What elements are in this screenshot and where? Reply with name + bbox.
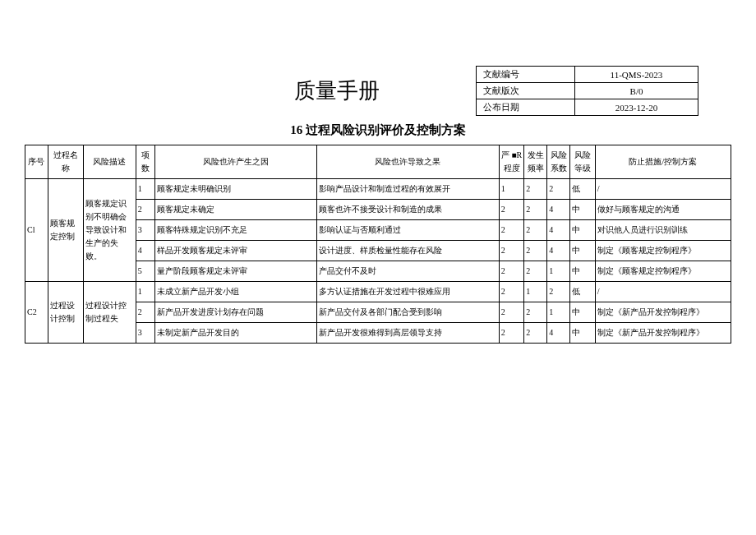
cell-sev: 2 [499, 302, 523, 323]
cell-item: 4 [136, 241, 154, 261]
cell-level: 中 [570, 302, 595, 323]
cell-level: 低 [570, 179, 595, 200]
cell-action: 对识他人员进行识别训练 [595, 220, 731, 241]
cell-effect: 设计进度、样质检量性能存在风险 [316, 241, 499, 261]
cell-level: 中 [570, 241, 595, 261]
cell-effect: 影响产品设计和制造过程的有效展开 [316, 179, 499, 200]
cell-cause: 样品开发顾客规定未评审 [154, 241, 316, 261]
cell-freq: 2 [524, 323, 547, 344]
header-table: 质量手册 文献编号 11-QMS-2023 文献版次 B/0 公布日期 2023… [58, 66, 698, 116]
cell-sev: 2 [499, 220, 523, 241]
cell-action: 做好与顾客规定的沟通 [595, 200, 731, 220]
cell-level: 中 [570, 261, 595, 282]
cell-sev: 2 [499, 241, 523, 261]
cell-coef: 1 [547, 261, 570, 282]
cell-action: 制定《顾客规定控制程序》 [595, 241, 731, 261]
date-label: 公布日期 [477, 99, 575, 116]
cell-action: 制定《新产品开发控制程序》 [595, 323, 731, 344]
cell-sev: 2 [499, 200, 523, 220]
cell-freq: 2 [524, 179, 547, 200]
cell-action: / [595, 179, 731, 200]
cell-item: 3 [136, 323, 154, 344]
header-blank [58, 67, 197, 116]
cell-proc: 顾客规定控制 [48, 179, 83, 282]
col-action: 防止措施/控制方案 [595, 145, 731, 179]
cell-item: 1 [136, 282, 154, 302]
col-coef: 风险系数 [547, 145, 570, 179]
cell-effect: 顾客也许不接受设计和制造的成果 [316, 200, 499, 220]
cell-freq: 2 [524, 220, 547, 241]
cell-cause: 未成立新产品开发小组 [154, 282, 316, 302]
cell-level: 中 [570, 323, 595, 344]
document-title: 质量手册 [197, 67, 477, 116]
cell-coef: 2 [547, 179, 570, 200]
col-effect: 风险也许导致之果 [316, 145, 499, 179]
doc-no-value: 11-QMS-2023 [575, 67, 698, 83]
cell-freq: 1 [524, 282, 547, 302]
cell-proc: 过程设计控制 [48, 282, 83, 344]
cell-coef: 4 [547, 220, 570, 241]
col-freq: 发生频率 [524, 145, 547, 179]
cell-freq: 2 [524, 302, 547, 323]
cell-item: 3 [136, 220, 154, 241]
col-seq: 序号 [25, 145, 48, 179]
col-item: 项数 [136, 145, 154, 179]
document-header: 质量手册 文献编号 11-QMS-2023 文献版次 B/0 公布日期 2023… [58, 66, 698, 116]
cell-coef: 4 [547, 241, 570, 261]
cell-cause: 新产品开发进度计划存在问题 [154, 302, 316, 323]
cell-sev: 2 [499, 323, 523, 344]
cell-level: 中 [570, 220, 595, 241]
cell-freq: 2 [524, 200, 547, 220]
col-desc: 风险描述 [84, 145, 136, 179]
cell-effect: 新产品开发很难得到高层领导支持 [316, 323, 499, 344]
cell-seq: C2 [25, 282, 48, 344]
cell-cause: 顾客规定未明确识别 [154, 179, 316, 200]
cell-item: 5 [136, 261, 154, 282]
cell-effect: 影响认证与否顺利通过 [316, 220, 499, 241]
cell-freq: 2 [524, 261, 547, 282]
risk-table: 序号 过程名称 风险描述 项数 风险也许产生之因 风险也许导致之果 严 ■R 程… [25, 145, 731, 344]
version-value: B/0 [575, 83, 698, 99]
col-proc: 过程名称 [48, 145, 83, 179]
section-title: 16 过程风险识别评价及控制方案 [25, 122, 731, 138]
cell-item: 2 [136, 200, 154, 220]
col-level: 风险等级 [570, 145, 595, 179]
cell-sev: 2 [499, 261, 523, 282]
date-value: 2023-12-20 [575, 99, 698, 116]
cell-desc: 顾客规定识别不明确会导致设计和生产的失败。 [84, 179, 136, 282]
cell-seq: Cl [25, 179, 48, 282]
table-row: Cl顾客规定控制顾客规定识别不明确会导致设计和生产的失败。1顾客规定未明确识别影… [25, 179, 731, 200]
cell-level: 低 [570, 282, 595, 302]
cell-coef: 4 [547, 200, 570, 220]
cell-level: 中 [570, 200, 595, 220]
cell-coef: 1 [547, 302, 570, 323]
version-label: 文献版次 [477, 83, 575, 99]
cell-effect: 新产品交付及各部门配合受到影响 [316, 302, 499, 323]
cell-action: / [595, 282, 731, 302]
doc-no-label: 文献编号 [477, 67, 575, 83]
cell-item: 1 [136, 179, 154, 200]
cell-cause: 顾客规定未确定 [154, 200, 316, 220]
col-cause: 风险也许产生之因 [154, 145, 316, 179]
cell-effect: 产品交付不及时 [316, 261, 499, 282]
cell-coef: 4 [547, 323, 570, 344]
cell-freq: 2 [524, 241, 547, 261]
cell-action: 制定《顾客规定控制程序》 [595, 261, 731, 282]
cell-cause: 顾客特殊规定识别不充足 [154, 220, 316, 241]
cell-item: 2 [136, 302, 154, 323]
cell-coef: 2 [547, 282, 570, 302]
col-sev: 严 ■R 程度 [499, 145, 523, 179]
table-row: C2过程设计控制过程设计控制过程失1未成立新产品开发小组多方认证措施在开发过程中… [25, 282, 731, 302]
table-header-row: 序号 过程名称 风险描述 项数 风险也许产生之因 风险也许导致之果 严 ■R 程… [25, 145, 731, 179]
cell-effect: 多方认证措施在开发过程中很难应用 [316, 282, 499, 302]
cell-cause: 未制定新产品开发目的 [154, 323, 316, 344]
cell-cause: 量产阶段顾客规定未评审 [154, 261, 316, 282]
cell-action: 制定《新产品开发控制程序》 [595, 302, 731, 323]
cell-sev: 1 [499, 179, 523, 200]
cell-sev: 2 [499, 282, 523, 302]
cell-desc: 过程设计控制过程失 [84, 282, 136, 344]
